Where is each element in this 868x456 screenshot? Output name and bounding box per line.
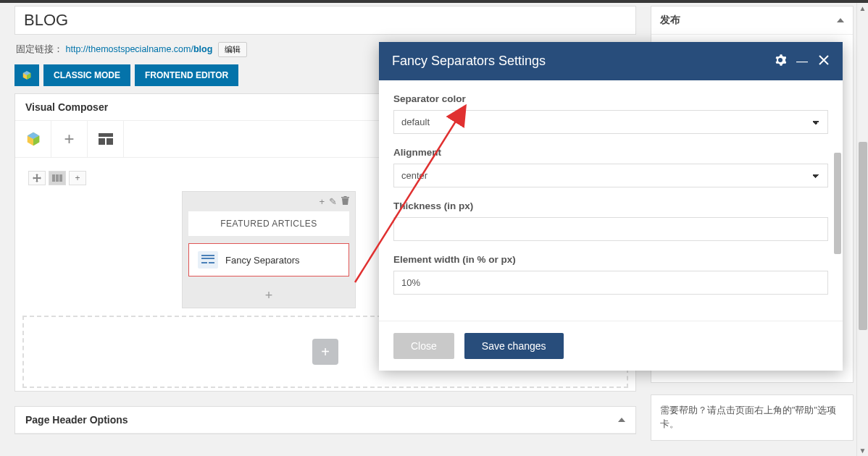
modal-title: Fancy Separators Settings (392, 54, 546, 69)
permalink-label: 固定链接： (16, 44, 63, 54)
text-block-title: FEATURED ARTICLES (188, 211, 349, 236)
help-box: 需要帮助？请点击页面右上角的"帮助"选项卡。 (651, 394, 854, 441)
page-header-title: Page Header Options (25, 414, 128, 426)
separator-color-select[interactable]: default (393, 110, 828, 134)
color-label: Separator color (393, 93, 828, 104)
fancy-separator-element[interactable]: Fancy Separators (188, 243, 349, 276)
add-row-button[interactable]: + (312, 339, 338, 365)
save-changes-button[interactable]: Save changes (464, 333, 564, 359)
layout-icon (99, 133, 113, 145)
vc-column: + ✎ FEATURED ARTICLES Fancy Separators (182, 191, 356, 308)
permalink-link[interactable]: http://themostspecialname.com/blog (65, 44, 212, 54)
thickness-input[interactable] (393, 217, 828, 241)
gear-icon[interactable] (775, 54, 786, 69)
column-delete-icon[interactable] (341, 196, 349, 207)
page-scrollbar[interactable]: ▲ ▼ (856, 3, 868, 456)
vc-panel-title: Visual Composer (25, 101, 108, 113)
columns-icon (52, 174, 62, 182)
admin-topbar (0, 0, 868, 3)
modal-body: Separator color default Alignment center… (379, 80, 843, 321)
add-element-button[interactable]: + (51, 121, 88, 157)
column-edit-icon[interactable]: ✎ (329, 196, 337, 207)
alignment-select[interactable]: center (393, 164, 828, 187)
separator-icon (198, 251, 218, 269)
svg-rect-8 (201, 262, 207, 263)
move-handle[interactable] (28, 171, 46, 185)
vc-logo-button[interactable] (14, 64, 39, 86)
close-button[interactable]: Close (393, 333, 454, 359)
page-header-options-panel: Page Header Options (14, 406, 636, 434)
cube-icon (22, 70, 32, 80)
svg-rect-1 (99, 138, 105, 145)
svg-rect-6 (201, 255, 214, 256)
help-text: 需要帮助？请点击页面右上角的"帮助"选项卡。 (651, 395, 853, 440)
add-to-column-button[interactable]: + (183, 284, 355, 308)
svg-rect-2 (107, 138, 113, 145)
close-icon[interactable] (818, 54, 830, 69)
thickness-label: Thickness (in px) (393, 200, 828, 211)
collapse-icon[interactable] (618, 418, 625, 422)
modal-header[interactable]: Fancy Separators Settings — (379, 42, 843, 80)
title-input-wrap (14, 6, 636, 35)
width-input[interactable] (393, 271, 828, 295)
column-layout-button[interactable] (49, 171, 66, 185)
move-icon (33, 174, 41, 182)
svg-rect-9 (209, 262, 214, 263)
templates-button[interactable] (88, 121, 124, 157)
publish-title: 发布 (660, 14, 680, 27)
width-label: Element width (in % or px) (393, 254, 828, 265)
settings-modal: Fancy Separators Settings — Separator co… (379, 42, 843, 371)
plus-icon: + (75, 173, 80, 183)
svg-rect-0 (99, 133, 113, 137)
cube-icon (25, 131, 41, 147)
element-label: Fancy Separators (225, 255, 300, 266)
vc-menu-button[interactable] (15, 121, 51, 157)
svg-rect-5 (59, 174, 62, 182)
edit-slug-button[interactable]: 编辑 (218, 42, 247, 57)
classic-mode-button[interactable]: CLASSIC MODE (43, 64, 130, 86)
add-column-button[interactable]: + (69, 171, 86, 185)
svg-rect-4 (56, 174, 59, 182)
plus-icon: + (64, 129, 74, 149)
minimize-icon[interactable]: — (796, 59, 808, 64)
alignment-label: Alignment (393, 147, 828, 158)
collapse-icon[interactable] (837, 18, 844, 22)
svg-rect-7 (201, 258, 214, 259)
svg-rect-3 (52, 174, 55, 182)
frontend-editor-button[interactable]: FRONTEND EDITOR (135, 64, 238, 86)
modal-footer: Close Save changes (379, 321, 843, 371)
modal-scrollbar[interactable] (834, 80, 841, 321)
column-add-icon[interactable]: + (319, 196, 325, 207)
post-title-input[interactable] (24, 11, 627, 30)
